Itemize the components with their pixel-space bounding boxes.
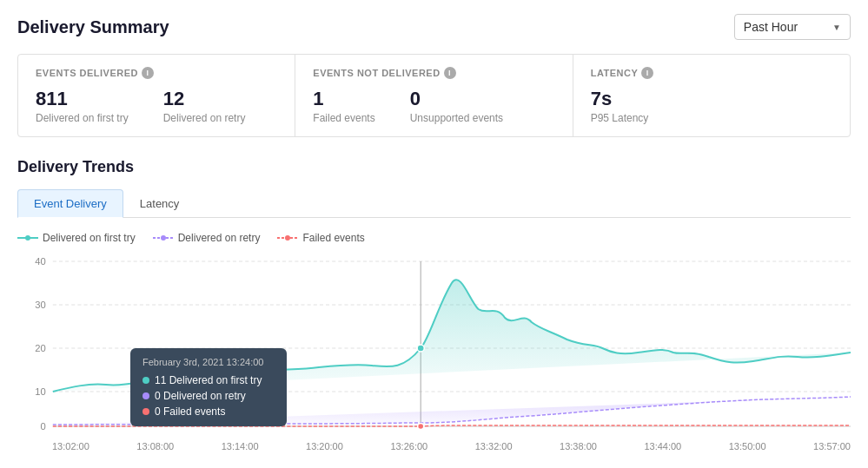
time-selector-label: Past Hour	[744, 20, 798, 34]
info-icon-latency[interactable]: i	[641, 67, 653, 79]
summary-item-retry: 12 Delivered on retry	[163, 88, 246, 124]
summary-section: EVENTS DELIVERED i 811 Delivered on firs…	[17, 54, 851, 137]
latency-items: 7s P95 Latency	[591, 88, 832, 124]
svg-point-17	[417, 345, 424, 352]
chart-x-labels: 13:02:00 13:08:00 13:14:00 13:20:00 13:2…	[17, 438, 851, 452]
svg-text:30: 30	[35, 300, 45, 310]
retry-value: 12	[163, 88, 246, 110]
svg-text:20: 20	[35, 343, 45, 353]
info-icon-events-delivered[interactable]: i	[142, 67, 154, 79]
events-delivered-items: 811 Delivered on first try 12 Delivered …	[36, 88, 277, 124]
page-container: Delivery Summary Past Hour ▼ EVENTS DELI…	[0, 0, 868, 468]
trends-title: Delivery Trends	[17, 158, 851, 176]
page-title: Delivery Summary	[17, 17, 169, 37]
failed-value: 1	[313, 88, 374, 110]
svg-point-1	[25, 235, 30, 241]
chevron-down-icon: ▼	[832, 23, 841, 32]
events-delivered-label: EVENTS DELIVERED i	[36, 67, 277, 79]
info-icon-events-not-delivered[interactable]: i	[444, 67, 456, 79]
legend-item-failed: Failed events	[277, 232, 364, 244]
x-label-5: 13:32:00	[475, 441, 513, 452]
legend-item-first-try: Delivered on first try	[17, 232, 136, 244]
svg-text:40: 40	[35, 256, 45, 267]
p95-value: 7s	[591, 88, 649, 110]
time-selector[interactable]: Past Hour ▼	[734, 14, 851, 40]
tab-event-delivery[interactable]: Event Delivery	[17, 189, 123, 218]
svg-text:0: 0	[40, 421, 45, 432]
x-label-6: 13:38:00	[560, 441, 597, 452]
summary-group-events-not-delivered: EVENTS NOT DELIVERED i 1 Failed events 0…	[295, 55, 573, 136]
trends-section: Delivery Trends Event Delivery Latency D…	[17, 158, 851, 461]
summary-item-unsupported: 0 Unsupported events	[410, 88, 503, 124]
summary-group-events-delivered: EVENTS DELIVERED i 811 Delivered on firs…	[18, 55, 295, 136]
first-try-value: 811	[36, 88, 129, 110]
summary-item-first-try: 811 Delivered on first try	[36, 88, 129, 124]
events-not-delivered-label: EVENTS NOT DELIVERED i	[313, 67, 554, 79]
latency-label: LATENCY i	[591, 67, 832, 79]
x-label-7: 13:44:00	[644, 441, 681, 452]
x-label-3: 13:20:00	[306, 441, 343, 452]
summary-item-p95: 7s P95 Latency	[591, 88, 649, 124]
x-label-0: 13:02:00	[52, 441, 89, 452]
chart-legend: Delivered on first try Delivered on retr…	[17, 232, 851, 244]
legend-item-retry: Delivered on retry	[153, 232, 261, 244]
chart-svg: 40 30 20 10 0	[17, 253, 851, 435]
summary-item-failed: 1 Failed events	[313, 88, 374, 124]
x-label-1: 13:08:00	[136, 441, 174, 452]
legend-icon-retry	[153, 232, 174, 244]
tab-latency[interactable]: Latency	[123, 189, 196, 218]
summary-group-latency: LATENCY i 7s P95 Latency	[573, 55, 850, 136]
unsupported-value: 0	[410, 88, 503, 110]
svg-text:10: 10	[35, 386, 45, 397]
x-label-9: 13:57:00	[813, 441, 851, 452]
tabs-container: Event Delivery Latency	[17, 188, 851, 218]
unsupported-label: Unsupported events	[410, 112, 503, 124]
legend-icon-first-try	[17, 232, 38, 244]
x-label-2: 13:14:00	[222, 441, 259, 452]
svg-point-3	[161, 235, 166, 241]
x-label-4: 13:26:00	[390, 441, 427, 452]
svg-point-5	[285, 235, 290, 241]
page-header: Delivery Summary Past Hour ▼	[17, 14, 851, 40]
events-not-delivered-items: 1 Failed events 0 Unsupported events	[313, 88, 554, 124]
failed-label: Failed events	[313, 112, 374, 124]
retry-label: Delivered on retry	[163, 112, 246, 124]
legend-icon-failed	[277, 232, 298, 244]
first-try-label: Delivered on first try	[36, 112, 129, 124]
chart-area[interactable]: 40 30 20 10 0	[17, 253, 851, 461]
svg-point-18	[418, 424, 424, 430]
p95-label: P95 Latency	[591, 112, 649, 124]
x-label-8: 13:50:00	[729, 441, 766, 452]
